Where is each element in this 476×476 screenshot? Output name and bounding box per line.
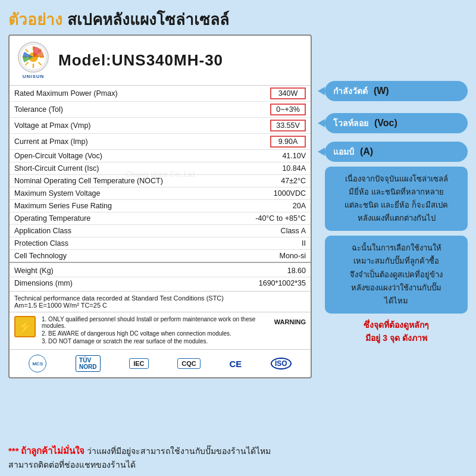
cert-row: MCS TÜVNORD IEC CQC CE ISO [10,349,311,377]
callout-volt-unit: (Voc) [374,118,397,129]
table-row: Short-Circuit Current (Isc)10.84A [10,162,311,175]
cert-tuvnord: TÜVNORD [76,355,100,372]
spec-label: Nominal Operating Cell Temperature (NOCT… [10,175,205,187]
title-part1: ตัวอย่าง [8,7,62,32]
spec-label: Protection Class [10,237,205,250]
spec-value: 41.10V [205,150,311,162]
footer-text2: สามารถติดต่อที่ช่องแชทของร้านได้ [8,460,136,469]
dimensions-table: Weight (Kg) 18.60 Dimensions (mm) 1690*1… [10,265,311,289]
stc-params: Am=1.5 E=1000 W/m² TC=25 C [14,302,306,309]
warning-item: 1. ONLY qualified personnel should Insta… [42,316,268,329]
table-row: Open-Circuit Voltage (Voc)41.10V [10,150,311,162]
spec-value: 1000VDC [205,187,311,200]
spec-value: 33.55V [205,118,311,134]
spec-label: Short-Circuit Current (Isc) [10,162,205,175]
model-text: Model:UNS340MH-30 [58,51,223,70]
cert-cqc: CQC [177,358,200,369]
callout-amp: แอมป์ (A) [325,142,468,162]
table-row: Operating Temperature-40°C to +85°C [10,212,311,225]
table-row: Cell TechnologyMono-si [10,250,311,262]
footer-text1: ว่าแผงที่มีอยู่จะสามารถใช้งานกับปั๊มของร… [87,446,271,456]
title-row: ตัวอย่าง สเปคหลังแผงโซล่าเซลล์ [8,7,468,32]
spec-card: UNISUN Model:UNS340MH-30 Chang store Co.… [8,35,312,378]
table-row: Maximum Series Fuse Rating20A [10,200,311,212]
table-row: Current at Pmax (Imp)9.90A [10,134,311,150]
title-part2: สเปคหลังแผงโซล่าเซลล์ [67,7,229,32]
dim-label: Dimensions (mm) [10,277,205,290]
spec-table: Rated Maximum Power (Pmax)340WTolerance … [10,86,311,262]
spec-label: Operating Temperature [10,212,205,225]
desc-box-2: ฉะนั้นในการเลือกใช้งานให้เหมาะสมกับปั๊มท… [325,236,468,313]
warning-item: 2. BE AWARE of dangerous high DC voltage… [42,330,268,337]
desc2-text: ฉะนั้นในการเลือกใช้งานให้เหมาะสมกับปั๊มท… [350,243,443,305]
logo-area: UNISUN [18,42,49,79]
footer-stars: *** [8,446,19,456]
page-container: ตัวอย่าง สเปคหลังแผงโซล่าเซลล์ [0,0,476,476]
callout-watt-label: กำลังวัตต์ [333,84,370,98]
spec-value: 340W [205,86,311,102]
spec-value: Mono-si [205,250,311,262]
spec-value: 0~+3% [205,102,311,118]
spec-value: II [205,237,311,250]
footer-text: *** ถ้าลูกค้าไม่มั่นใจ ว่าแผงที่มีอยู่จะ… [8,444,468,471]
weight-value: 18.60 [205,265,311,277]
spec-label: Current at Pmax (Imp) [10,134,205,150]
spec-label: Cell Technology [10,250,205,262]
spec-value: 9.90A [205,134,311,150]
cert-ce: CE [229,359,242,369]
cert-mcs: MCS [29,355,46,372]
spec-label: Tolerance (Tol) [10,102,205,118]
callout-amp-unit: (A) [360,146,373,157]
table-row: Rated Maximum Power (Pmax)340W [10,86,311,102]
card-header: UNISUN Model:UNS340MH-30 [10,36,311,86]
stc-section: Technical performance data recorded at S… [10,291,311,312]
bottom-note: ซึ่งจุดที่ต้องดูหลักๆมีอยู่ 3 จุด ดังภาพ [325,318,468,345]
stc-text: Technical performance data recorded at S… [14,295,306,302]
callout-volt: โวลท์ลอย (Voc) [325,113,468,133]
dim-value: 1690*1002*35 [205,277,311,290]
dim-row: Dimensions (mm) 1690*1002*35 [10,277,311,290]
logo-svg [20,43,47,71]
desc-box-1: เนื่องจากปัจจุบันแผงโซล่าเซลล์มียี่ห้อ แ… [325,167,468,231]
cert-iso: ISO [271,358,292,369]
spec-value: 10.84A [205,162,311,175]
table-row: Application ClassClass A [10,225,311,237]
spec-label: Maximum System Voltage [10,187,205,200]
dimensions-section: Weight (Kg) 18.60 Dimensions (mm) 1690*1… [10,262,311,291]
spec-label: Maximum Series Fuse Rating [10,200,205,212]
footer-unsure: ถ้าลูกค้าไม่มั่นใจ [21,446,84,456]
spec-label: Rated Maximum Power (Pmax) [10,86,205,102]
desc1-text: เนื่องจากปัจจุบันแผงโซล่าเซลล์มียี่ห้อ แ… [345,174,447,223]
weight-label: Weight (Kg) [10,265,205,277]
cert-iec: IEC [129,358,148,369]
callout-watt: กำลังวัตต์ (W) [325,81,468,101]
spec-value: -40°C to +85°C [205,212,311,225]
spec-value: 20A [205,200,311,212]
warning-section: ⚡ 1. ONLY qualified personnel should Ins… [10,312,311,349]
table-row: Voltage at Pmax (Vmp)33.55V [10,118,311,134]
brand-text: UNISUN [23,74,45,79]
warning-icon: ⚡ [14,316,36,337]
callout-area: กำลังวัตต์ (W) โวลท์ลอย (Voc) แอมป์ (A) … [325,40,468,345]
spec-label: Voltage at Pmax (Vmp) [10,118,205,134]
table-row: Protection ClassII [10,237,311,250]
table-row: Tolerance (Tol)0~+3% [10,102,311,118]
callout-amp-label: แอมป์ [333,145,356,158]
spec-value: 47±2°C [205,175,311,187]
spec-label: Open-Circuit Voltage (Voc) [10,150,205,162]
warning-text-col: 1. ONLY qualified personnel should Insta… [42,316,268,346]
spec-value: Class A [205,225,311,237]
spec-table-wrapper: Chang store Co.,Ltd Rated Maximum Power … [10,86,311,262]
warning-label: WARNING [274,318,306,325]
table-row: Nominal Operating Cell Temperature (NOCT… [10,175,311,187]
logo-circle [18,42,49,73]
callout-volt-label: โวลท์ลอย [333,117,371,130]
weight-row: Weight (Kg) 18.60 [10,265,311,277]
warning-item: 3. DO NOT damage or scratch the rear sur… [42,338,268,345]
spec-label: Application Class [10,225,205,237]
callout-watt-unit: (W) [374,86,389,96]
table-row: Maximum System Voltage1000VDC [10,187,311,200]
